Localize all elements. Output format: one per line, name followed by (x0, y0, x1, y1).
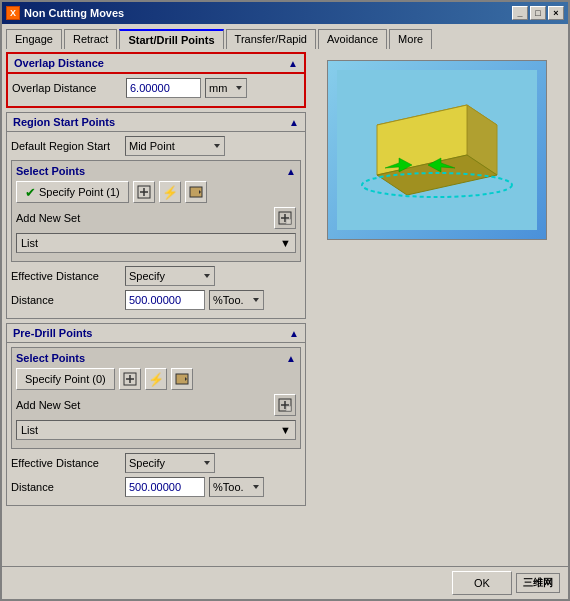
overlap-distance-title: Overlap Distance (14, 57, 104, 69)
overlap-unit-select[interactable]: mm in (205, 78, 247, 98)
3d-preview-svg (337, 70, 537, 230)
3d-preview (327, 60, 547, 240)
default-region-select[interactable]: Mid Point Start Point End Point (125, 136, 225, 156)
options-button-1[interactable] (185, 181, 207, 203)
tab-start-drill[interactable]: Start/Drill Points (119, 29, 223, 49)
overlap-chevron-icon: ▲ (288, 58, 298, 69)
list-dropdown-2[interactable]: List ▼ (16, 420, 296, 440)
title-bar-buttons: _ □ × (512, 6, 564, 20)
pre-drill-sp-chevron-icon: ▲ (286, 353, 296, 364)
add-new-set-label-2: Add New Set (16, 399, 80, 411)
effective-distance-row-1: Effective Distance Specify None (11, 266, 301, 286)
specify-point-label-2: Specify Point (0) (25, 373, 106, 385)
svg-rect-8 (286, 219, 291, 224)
tab-bar: Engage Retract Start/Drill Points Transf… (2, 24, 568, 48)
pre-drill-sp-header: Select Points ▲ (16, 352, 296, 364)
specify-row-1: ✔ Specify Point (1) ⚡ (16, 181, 296, 203)
add-point-button-1[interactable] (133, 181, 155, 203)
select-points-chevron-icon: ▲ (286, 166, 296, 177)
overlap-distance-header[interactable]: Overlap Distance ▲ (6, 52, 306, 74)
tab-more[interactable]: More (389, 29, 432, 49)
overlap-distance-input[interactable] (126, 78, 201, 98)
distance-label-2: Distance (11, 481, 121, 493)
tab-retract[interactable]: Retract (64, 29, 117, 49)
left-panel: Overlap Distance ▲ Overlap Distance mm i… (6, 52, 306, 562)
close-button[interactable]: × (548, 6, 564, 20)
add-point-button-2[interactable] (119, 368, 141, 390)
effective-distance-select-2[interactable]: Specify None (125, 453, 215, 473)
add-new-set-button-2[interactable] (274, 394, 296, 416)
select-points-subsection: Select Points ▲ ✔ Specify Point (1) (11, 160, 301, 262)
region-start-content: Default Region Start Mid Point Start Poi… (6, 132, 306, 319)
specify-point-button-1[interactable]: ✔ Specify Point (1) (16, 181, 129, 203)
bottom-bar: OK 三维网 (2, 566, 568, 599)
tab-transfer-rapid[interactable]: Transfer/Rapid (226, 29, 316, 49)
lightning-button-1[interactable]: ⚡ (159, 181, 181, 203)
maximize-button[interactable]: □ (530, 6, 546, 20)
pre-drill-sp-title: Select Points (16, 352, 85, 364)
add-new-set-row-1: Add New Set (16, 207, 296, 229)
specify-row-2: Specify Point (0) ⚡ (16, 368, 296, 390)
specify-point-label-1: Specify Point (1) (39, 186, 120, 198)
ok-button[interactable]: OK (452, 571, 512, 595)
list-dropdown-1[interactable]: List ▼ (16, 233, 296, 253)
options-button-2[interactable] (171, 368, 193, 390)
default-region-row: Default Region Start Mid Point Start Poi… (11, 136, 301, 156)
select-points-header: Select Points ▲ (16, 165, 296, 177)
list-label-1: List (21, 237, 38, 249)
add-new-set-row-2: Add New Set (16, 394, 296, 416)
pre-drill-content: Select Points ▲ Specify Point (0) (6, 343, 306, 506)
lightning-button-2[interactable]: ⚡ (145, 368, 167, 390)
window-title: Non Cutting Moves (24, 7, 508, 19)
effective-distance-row-2: Effective Distance Specify None (11, 453, 301, 473)
effective-distance-label-1: Effective Distance (11, 270, 121, 282)
distance-input-2[interactable] (125, 477, 205, 497)
effective-distance-label-2: Effective Distance (11, 457, 121, 469)
svg-rect-17 (286, 406, 291, 411)
tab-avoidance[interactable]: Avoidance (318, 29, 387, 49)
overlap-distance-content: Overlap Distance mm in (6, 74, 306, 108)
minimize-button[interactable]: _ (512, 6, 528, 20)
main-window: X Non Cutting Moves _ □ × Engage Retract… (0, 0, 570, 601)
window-icon: X (6, 6, 20, 20)
add-new-set-button-1[interactable] (274, 207, 296, 229)
checkmark-icon-1: ✔ (25, 185, 36, 200)
tab-engage[interactable]: Engage (6, 29, 62, 49)
region-start-chevron-icon: ▲ (289, 117, 299, 128)
distance-input-1[interactable] (125, 290, 205, 310)
distance-unit-select-1[interactable]: %Too. mm (209, 290, 264, 310)
select-points-title: Select Points (16, 165, 85, 177)
tab-content: Overlap Distance ▲ Overlap Distance mm i… (2, 48, 568, 566)
pre-drill-select-points: Select Points ▲ Specify Point (0) (11, 347, 301, 449)
distance-label-1: Distance (11, 294, 121, 306)
pre-drill-chevron-icon: ▲ (289, 328, 299, 339)
distance-unit-select-2[interactable]: %Too. mm (209, 477, 264, 497)
distance-row-2: Distance %Too. mm (11, 477, 301, 497)
pre-drill-header[interactable]: Pre-Drill Points ▲ (6, 323, 306, 343)
distance-row-1: Distance %Too. mm (11, 290, 301, 310)
pre-drill-title: Pre-Drill Points (13, 327, 92, 339)
right-panel (310, 52, 564, 562)
overlap-distance-row: Overlap Distance mm in (12, 78, 300, 98)
default-region-label: Default Region Start (11, 140, 121, 152)
region-start-header[interactable]: Region Start Points ▲ (6, 112, 306, 132)
specify-point-button-2[interactable]: Specify Point (0) (16, 368, 115, 390)
overlap-distance-label: Overlap Distance (12, 82, 122, 94)
list-chevron-icon-1: ▼ (280, 237, 291, 249)
title-bar: X Non Cutting Moves _ □ × (2, 2, 568, 24)
effective-distance-select-1[interactable]: Specify None (125, 266, 215, 286)
list-label-2: List (21, 424, 38, 436)
logo-badge: 三维网 (516, 573, 560, 593)
region-start-title: Region Start Points (13, 116, 115, 128)
add-new-set-label-1: Add New Set (16, 212, 80, 224)
list-chevron-icon-2: ▼ (280, 424, 291, 436)
